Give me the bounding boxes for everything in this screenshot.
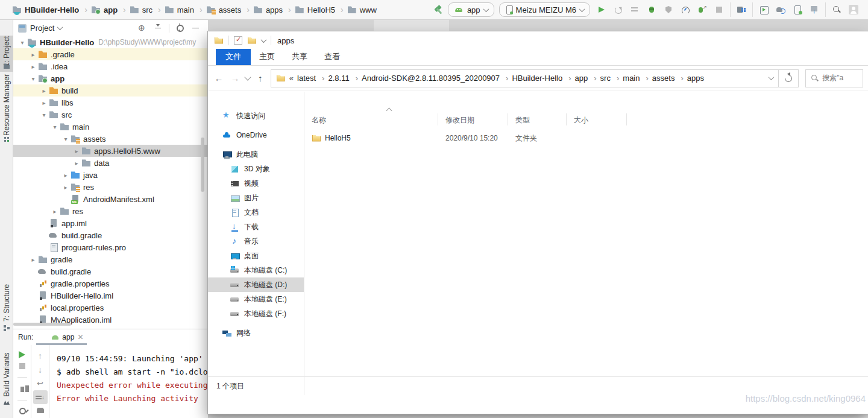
breadcrumb-item[interactable]: apps ›	[253, 5, 294, 14]
tree-row[interactable]: ▸ res	[13, 181, 208, 193]
address-crumb[interactable]: src ›	[600, 74, 623, 83]
gutter-button[interactable]	[15, 360, 30, 372]
toolbar-button[interactable]	[756, 2, 771, 17]
sidebar-item[interactable]: 本地磁盘 (C:)	[208, 263, 304, 277]
tree-expander-icon[interactable]: ▸	[61, 172, 71, 179]
address-crumb[interactable]: 2.8.11 ›	[328, 74, 362, 83]
sidebar-item[interactable]: 文档	[208, 205, 304, 220]
gutter-button[interactable]	[33, 404, 48, 418]
address-crumb[interactable]: main ›	[623, 74, 652, 83]
properties-check-icon[interactable]	[234, 36, 242, 45]
ribbon-tab[interactable]: 共享	[283, 49, 316, 65]
back-arrow-icon[interactable]: ←	[213, 73, 225, 83]
forward-arrow-icon[interactable]: →	[229, 73, 241, 83]
run-tab-app[interactable]: app ✕	[51, 333, 83, 341]
tree-row[interactable]: ▾ assets	[13, 133, 208, 145]
sidebar-item[interactable]: 本地磁盘 (E:)	[208, 292, 304, 306]
column-header[interactable]: 类型	[508, 113, 567, 125]
toolbar-button[interactable]	[644, 2, 659, 17]
gutter-button[interactable]	[15, 395, 30, 407]
tree-expander-icon[interactable]: ▾	[39, 112, 49, 118]
search-box[interactable]: 搜索"a	[805, 69, 863, 87]
tree-row[interactable]: ▸ apps.HelloH5.www	[13, 145, 208, 157]
refresh-button[interactable]	[778, 69, 799, 87]
breadcrumb-item[interactable]: www ›	[347, 5, 377, 14]
device-select[interactable]: Meizu MEIZU M6	[499, 2, 590, 17]
tree-row[interactable]: ▸ .idea	[13, 60, 208, 72]
toolbar-button[interactable]	[594, 2, 608, 17]
tree-expander-icon[interactable]: ▾	[17, 39, 27, 46]
toolbar-button[interactable]	[790, 2, 805, 17]
toolwindow-tab-resource-manager[interactable]: Resource Manager	[0, 75, 13, 145]
column-header[interactable]: 大小	[567, 113, 627, 125]
tree-row[interactable]: AndroidManifest.xml	[13, 193, 208, 205]
chevron-down-icon[interactable]	[57, 24, 63, 30]
toolwindow-tab-structure[interactable]: 7: Structure	[0, 284, 13, 334]
close-icon[interactable]: ✕	[77, 333, 83, 341]
recent-locations-chevron-icon[interactable]	[244, 74, 251, 80]
breadcrumb-item[interactable]: assets ›	[206, 5, 252, 14]
gutter-button[interactable]	[15, 384, 30, 395]
tree-row[interactable]: local.properties	[13, 302, 208, 314]
tree-row[interactable]: ▾ app	[13, 72, 208, 84]
gutter-button[interactable]	[33, 390, 48, 404]
horizontal-scrollbar[interactable]	[13, 323, 71, 326]
ribbon-tab[interactable]: 查看	[316, 49, 348, 65]
sidebar-item[interactable]: 本地磁盘 (D:)	[208, 277, 304, 292]
address-dropdown-chevron-icon[interactable]	[769, 74, 775, 80]
hide-panel-icon[interactable]	[191, 24, 201, 33]
tree-row[interactable]: ▾ main	[13, 121, 208, 133]
tree-expander-icon[interactable]: ▸	[72, 160, 81, 166]
customize-toolbar-chevron-icon[interactable]	[261, 37, 267, 43]
gutter-button[interactable]	[15, 349, 30, 360]
breadcrumb-item[interactable]: main ›	[165, 5, 205, 14]
tree-expander-icon[interactable]: ▾	[28, 75, 38, 82]
column-header[interactable]: 名称	[304, 113, 438, 125]
toolwindow-tab-project[interactable]: 1: Project .vtab.active .vi-project{top:…	[0, 36, 13, 72]
sidebar-item[interactable]: OneDrive	[208, 128, 304, 142]
tree-row[interactable]: proguard-rules.pro	[13, 241, 208, 253]
toolbar-button[interactable]	[695, 2, 709, 17]
gutter-button[interactable]	[15, 372, 30, 383]
column-header[interactable]: 修改日期	[438, 113, 508, 125]
toolbar-button[interactable]	[829, 2, 844, 17]
sidebar-item[interactable]: 快速访问	[208, 109, 304, 123]
toolbar-button[interactable]	[611, 2, 625, 17]
gutter-button[interactable]	[15, 407, 30, 418]
tree-expander-icon[interactable]: ▸	[72, 148, 81, 154]
ribbon-tab[interactable]: 主页	[251, 49, 283, 65]
address-crumb[interactable]: latest ›	[297, 74, 328, 83]
toolbar-button[interactable]	[627, 2, 642, 17]
settings-gear-icon[interactable]	[175, 24, 185, 33]
tree-row[interactable]: ▸ .gradle	[13, 48, 208, 60]
sidebar-item[interactable]: 音乐	[208, 234, 304, 249]
address-crumb[interactable]: Android-SDK@2.8.11.80395_20200907 ›	[362, 74, 512, 83]
vertical-scrollbar[interactable]	[201, 138, 204, 192]
tree-row[interactable]: ▸ build	[13, 84, 208, 97]
toolbar-button[interactable]	[678, 2, 693, 17]
toolbar-button[interactable]	[807, 2, 822, 17]
toolbar-button[interactable]	[661, 2, 676, 17]
run-console[interactable]: 09/10 15:44:59: Launching 'app' on Me$ a…	[49, 345, 208, 418]
toolbar-button[interactable]	[734, 2, 749, 17]
gutter-button[interactable]	[33, 363, 48, 376]
tree-expander-icon[interactable]: ▸	[50, 208, 60, 215]
toolbar-button[interactable]	[773, 2, 788, 17]
tree-row[interactable]: ▸ libs	[13, 97, 208, 109]
collapse-all-icon[interactable]	[153, 24, 163, 33]
tree-row[interactable]: ▾ src	[13, 109, 208, 121]
tree-row[interactable]: ▾ HBuilder-Hello D:\phpStudy\WWW\project…	[13, 36, 208, 48]
toolbar-button[interactable]	[712, 2, 726, 17]
tree-expander-icon[interactable]: ▸	[28, 256, 38, 263]
address-crumb[interactable]: app ›	[575, 74, 600, 83]
tree-row[interactable]: HBuilder-Hello.iml	[13, 290, 208, 302]
build-hammer-icon[interactable]	[433, 5, 443, 14]
project-panel-title[interactable]: Project	[30, 24, 54, 33]
sidebar-item[interactable]: 此电脑	[208, 147, 304, 162]
tree-row[interactable]: ▸ java	[13, 169, 208, 181]
toolwindow-tab-build-variants[interactable]: Build Variants	[0, 353, 13, 408]
separator[interactable]	[169, 24, 169, 33]
tree-expander-icon[interactable]: ▾	[61, 136, 71, 142]
sidebar-item[interactable]: 3D 对象	[208, 162, 304, 176]
tree-expander-icon[interactable]: ▸	[39, 100, 49, 106]
